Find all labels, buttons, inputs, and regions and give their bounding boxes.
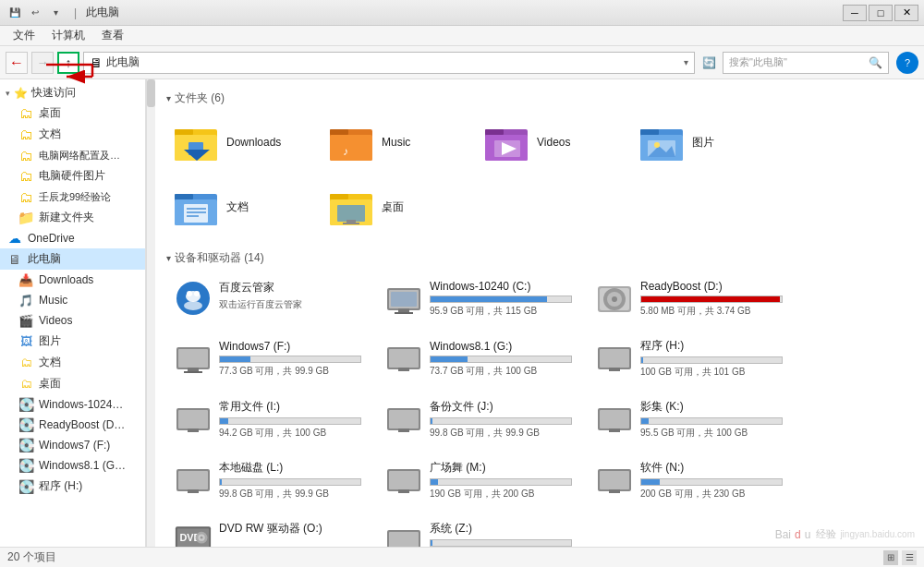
- folder-item-documents[interactable]: 文档: [166, 178, 314, 235]
- drive-item-n[interactable]: 软件 (N:) 200 GB 可用，共 230 GB: [588, 453, 791, 507]
- drive-i-name: 常用文件 (I:): [219, 399, 361, 415]
- folder-label-downloads: Downloads: [226, 136, 281, 149]
- address-dropdown-arrow[interactable]: ▾: [684, 57, 688, 67]
- ribbon-tab-view[interactable]: 查看: [94, 26, 131, 45]
- sidebar-item-drive-c[interactable]: 💽 Windows-1024…: [0, 394, 145, 415]
- up-button[interactable]: ↑: [57, 52, 79, 74]
- svg-rect-63: [178, 410, 208, 428]
- svg-rect-10: [330, 129, 348, 135]
- folder-item-music[interactable]: ♪ Music: [322, 114, 469, 171]
- drive-item-i[interactable]: 常用文件 (I:) 94.2 GB 可用，共 100 GB: [166, 392, 370, 446]
- drive-f-icon: [175, 340, 212, 377]
- drive-n-stats: 200 GB 可用，共 230 GB: [640, 488, 783, 501]
- save-icon[interactable]: 💾: [6, 4, 24, 22]
- dropdown-icon[interactable]: ▾: [46, 4, 65, 22]
- sidebar-item-videos[interactable]: 🎬 Videos: [0, 310, 145, 331]
- folder-label-music: Music: [382, 136, 410, 149]
- drive-item-o[interactable]: DVD DVD RW 驱动器 (O:): [166, 514, 370, 547]
- drive-n-name: 软件 (N:): [640, 460, 783, 476]
- sidebar-item-pictures[interactable]: 🖼 图片: [0, 331, 145, 352]
- svg-rect-69: [600, 410, 629, 428]
- drive-item-l[interactable]: 本地磁盘 (L:) 99.8 GB 可用，共 99.9 GB: [166, 453, 370, 507]
- ribbon-tab-file[interactable]: 文件: [6, 26, 43, 45]
- folder-item-videos[interactable]: Videos: [477, 114, 625, 171]
- drives-section-header[interactable]: ▾ 设备和驱动器 (14): [166, 250, 913, 266]
- sidebar-item-network-config[interactable]: 🗂 电脑网络配置及…: [0, 145, 145, 165]
- sidebar-scrollbar[interactable]: [146, 79, 155, 547]
- svg-rect-5: [175, 129, 193, 135]
- sidebar-item-drive-f[interactable]: 💽 Windows7 (F:): [0, 435, 145, 455]
- address-bar[interactable]: 🖥 此电脑 ▾: [83, 52, 695, 74]
- drive-item-baidu[interactable]: 百度云管家 双击运行百度云管家: [166, 273, 370, 324]
- sidebar-item-music[interactable]: 🎵 Music: [0, 290, 145, 310]
- user-avatar[interactable]: ?: [896, 52, 918, 74]
- drive-item-h[interactable]: 程序 (H:) 100 GB 可用，共 101 GB: [588, 332, 791, 385]
- drive-item-f[interactable]: Windows7 (F:) 77.3 GB 可用，共 99.9 GB: [166, 332, 370, 385]
- sidebar-item-hardware[interactable]: 🗂 电脑硬件图片: [0, 165, 145, 187]
- folder-item-pictures[interactable]: 图片: [632, 114, 780, 171]
- drive-i-icon: [175, 401, 212, 438]
- drive-d-icon: [596, 281, 633, 318]
- sidebar-item-desktop[interactable]: 🗂 桌面: [0, 103, 145, 124]
- sidebar-item-new-folder[interactable]: 📁 新建文件夹: [0, 207, 145, 228]
- drive-l-stats: 99.8 GB 可用，共 99.9 GB: [219, 488, 361, 501]
- search-bar[interactable]: 搜索"此电脑" 🔍: [723, 52, 889, 74]
- address-text: 此电脑: [106, 54, 680, 70]
- svg-rect-58: [398, 368, 409, 371]
- view-list-icon[interactable]: ☰: [902, 550, 917, 565]
- sidebar-quick-access-header[interactable]: ▾ ⭐ 快速访问: [0, 83, 145, 103]
- sidebar-item-drive-h[interactable]: 💽 程序 (H:): [0, 476, 145, 497]
- svg-point-39: [187, 291, 192, 296]
- sidebar-item-desktop2[interactable]: 🗂 桌面: [0, 373, 145, 394]
- sidebar-item-thispc[interactable]: 🖥 此电脑: [0, 248, 145, 270]
- drive-item-c[interactable]: Windows-10240 (C:) 95.9 GB 可用，共 115 GB: [377, 273, 580, 324]
- forward-button[interactable]: →: [31, 52, 54, 74]
- sidebar-item-drive-g[interactable]: 💽 Windows8.1 (G…: [0, 455, 145, 476]
- svg-rect-45: [398, 308, 409, 312]
- close-button[interactable]: ✕: [894, 5, 918, 21]
- drive-h-stats: 100 GB 可用，共 101 GB: [640, 366, 783, 379]
- sidebar-item-documents[interactable]: 🗂 文档: [0, 124, 145, 145]
- drive-k-stats: 95.5 GB 可用，共 100 GB: [640, 427, 783, 440]
- refresh-button[interactable]: 🔄: [699, 53, 719, 73]
- onedrive-label: OneDrive: [28, 232, 75, 245]
- breadcrumb-icon: 🖥: [90, 55, 103, 70]
- svg-rect-27: [184, 204, 208, 223]
- drive-g-icon: [385, 340, 422, 377]
- undo-icon[interactable]: ↩: [26, 4, 44, 22]
- drive-item-g[interactable]: Windows8.1 (G:) 73.7 GB 可用，共 100 GB: [377, 332, 580, 385]
- drive-h-name: 程序 (H:): [640, 338, 783, 354]
- desktop-folder-icon: [330, 185, 374, 229]
- search-icon[interactable]: 🔍: [869, 56, 882, 69]
- drive-i-stats: 94.2 GB 可用，共 100 GB: [219, 427, 361, 440]
- music-folder-icon: ♪: [330, 120, 374, 164]
- drive-h-icon: [596, 340, 633, 377]
- sidebar-item-drive-d[interactable]: 💽 ReadyBoost (D…: [0, 415, 145, 435]
- drive-item-k[interactable]: 影集 (K:) 95.5 GB 可用，共 100 GB: [588, 392, 791, 446]
- sidebar-item-downloads[interactable]: 📥 Downloads: [0, 270, 145, 290]
- back-button[interactable]: ←: [6, 52, 28, 74]
- sidebar-item-docs[interactable]: 🗂 文档: [0, 352, 145, 373]
- drives-arrow: ▾: [166, 253, 171, 263]
- folders-section-header[interactable]: ▾ 文件夹 (6): [166, 90, 913, 106]
- svg-point-85: [201, 537, 203, 539]
- drive-item-z[interactable]: 系统 (Z:) 149 GB 可用，共 150 GB: [377, 514, 580, 547]
- sidebar: ▾ ⭐ 快速访问 🗂 桌面 🗂 文档 🗂 电脑网络配置及… 🗂 电脑硬件图片 🗂…: [0, 79, 146, 547]
- drive-f-stats: 77.3 GB 可用，共 99.9 GB: [219, 365, 361, 378]
- main-area: ▾ ⭐ 快速访问 🗂 桌面 🗂 文档 🗂 电脑网络配置及… 🗂 电脑硬件图片 🗂…: [0, 79, 924, 547]
- drive-j-info: 备份文件 (J:) 99.8 GB 可用，共 99.9 GB: [430, 399, 572, 440]
- maximize-button[interactable]: □: [869, 5, 893, 21]
- svg-rect-72: [178, 471, 208, 489]
- folder-item-downloads[interactable]: Downloads: [166, 114, 314, 171]
- folder-item-desktop[interactable]: 桌面: [322, 178, 469, 235]
- drive-item-m[interactable]: 广场舞 (M:) 190 GB 可用，共 200 GB: [377, 453, 580, 507]
- view-large-icon[interactable]: ⊞: [883, 550, 898, 565]
- drive-item-d[interactable]: ReadyBoost (D:) 5.80 MB 可用，共 3.74 GB: [588, 273, 791, 324]
- sidebar-item-onedrive[interactable]: ☁ OneDrive: [0, 228, 145, 248]
- drive-m-name: 广场舞 (M:): [430, 460, 572, 476]
- sidebar-item-experience[interactable]: 🗂 壬辰龙99经验论: [0, 187, 145, 207]
- ribbon-tab-computer[interactable]: 计算机: [44, 26, 92, 45]
- videos-folder-icon: [485, 120, 529, 164]
- minimize-button[interactable]: ─: [843, 5, 867, 21]
- drive-item-j[interactable]: 备份文件 (J:) 99.8 GB 可用，共 99.9 GB: [377, 392, 580, 446]
